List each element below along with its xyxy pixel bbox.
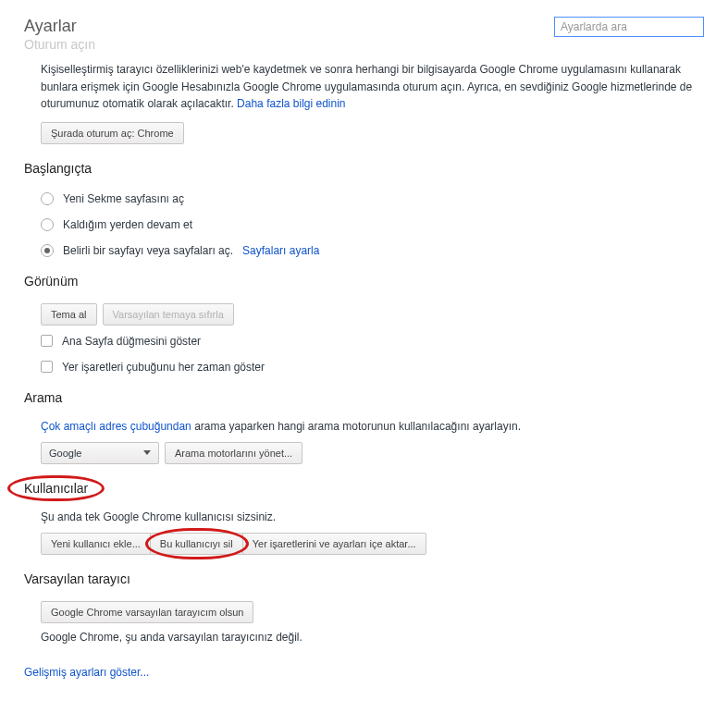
search-input[interactable] xyxy=(554,17,704,37)
radio-specific[interactable] xyxy=(41,244,54,257)
checkbox-show-bookmarks-label: Yer işaretleri çubuğunu her zaman göster xyxy=(62,361,265,374)
manage-engines-button[interactable]: Arama motorlarını yönet... xyxy=(165,442,302,464)
signin-button[interactable]: Şurada oturum aç: Chrome xyxy=(41,122,184,144)
checkbox-show-home[interactable] xyxy=(41,335,53,347)
advanced-settings-link[interactable]: Gelişmiş ayarları göster... xyxy=(24,666,704,679)
learn-more-link[interactable]: Daha fazla bilgi edinin xyxy=(237,97,345,110)
chevron-down-icon xyxy=(143,450,151,455)
make-default-button[interactable]: Google Chrome varsayılan tarayıcım olsun xyxy=(41,601,253,623)
omnibox-link[interactable]: Çok amaçlı adres çubuğundan xyxy=(41,420,191,433)
radio-new-tab-label: Yeni Sekme sayfasını aç xyxy=(63,192,184,205)
users-heading: Kullanıcılar xyxy=(24,481,88,496)
import-button[interactable]: Yer işaretlerini ve ayarları içe aktar..… xyxy=(243,533,426,555)
set-pages-link[interactable]: Sayfaları ayarla xyxy=(242,244,319,257)
reset-theme-button: Varsayılan temaya sıfırla xyxy=(103,303,234,326)
radio-specific-label: Belirli bir sayfayı veya sayfaları aç. xyxy=(63,244,233,257)
startup-heading: Başlangıçta xyxy=(24,161,92,176)
appearance-heading: Görünüm xyxy=(24,274,78,289)
search-engine-value: Google xyxy=(49,448,81,459)
radio-continue[interactable] xyxy=(41,218,54,231)
search-note-rest: arama yaparken hangi arama motorunun kul… xyxy=(194,420,521,433)
get-theme-button[interactable]: Tema al xyxy=(41,303,97,326)
signin-subtitle: Oturum açın xyxy=(24,37,704,52)
checkbox-show-home-label: Ana Sayfa düğmesini göster xyxy=(62,335,201,348)
radio-new-tab[interactable] xyxy=(41,192,54,205)
page-title: Ayarlar xyxy=(24,17,77,37)
users-note: Şu anda tek Google Chrome kullanıcısı si… xyxy=(41,510,704,523)
search-heading: Arama xyxy=(24,390,62,405)
search-engine-select[interactable]: Google xyxy=(41,442,159,464)
checkbox-show-bookmarks[interactable] xyxy=(41,361,53,373)
intro-text: Kişiselleştirmiş tarayıcı özellikleriniz… xyxy=(41,63,692,110)
default-browser-heading: Varsayılan tarayıcı xyxy=(24,571,130,586)
radio-continue-label: Kaldığım yerden devam et xyxy=(63,218,192,231)
default-browser-note: Google Chrome, şu anda varsayılan tarayı… xyxy=(41,631,704,644)
add-user-button[interactable]: Yeni kullanıcı ekle... xyxy=(41,533,151,555)
delete-user-button[interactable]: Bu kullanıcıyı sil xyxy=(151,533,243,555)
